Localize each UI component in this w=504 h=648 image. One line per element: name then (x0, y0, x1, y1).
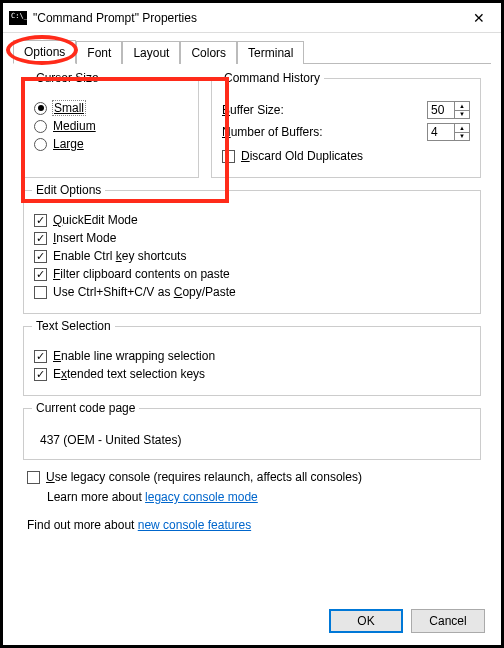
group-codepage: Current code page 437 (OEM - United Stat… (23, 408, 481, 460)
filter-row[interactable]: Filter clipboard contents on paste (34, 267, 470, 281)
spinner-down-icon[interactable]: ▼ (455, 133, 469, 141)
radio-small-label: Small (53, 101, 85, 115)
codepage-value: 437 (OEM - United States) (40, 433, 470, 447)
radio-medium-row[interactable]: Medium (34, 119, 188, 133)
tab-options[interactable]: Options (13, 40, 76, 64)
legacy-learn-pre: Learn more about (47, 490, 145, 504)
group-edit-options: Edit Options QuickEdit Mode Insert Mode … (23, 190, 481, 314)
tabstrip: Options Font Layout Colors Terminal (3, 33, 501, 64)
discard-duplicates-checkbox[interactable] (222, 150, 235, 163)
ctrlkeys-row[interactable]: Enable Ctrl key shortcuts (34, 249, 470, 263)
wrap-label: Enable line wrapping selection (53, 349, 215, 363)
tab-content: Cursor Size Small Medium Large Command H… (3, 64, 501, 538)
legacy-checkbox[interactable] (27, 471, 40, 484)
group-cursor-size: Cursor Size Small Medium Large (23, 78, 199, 178)
quickedit-checkbox[interactable] (34, 214, 47, 227)
ok-button[interactable]: OK (329, 609, 403, 633)
ext-row[interactable]: Extended text selection keys (34, 367, 470, 381)
number-buffers-label: Number of Buffers: (222, 125, 427, 139)
radio-medium[interactable] (34, 120, 47, 133)
radio-large-text: Large (53, 137, 84, 151)
radio-large-row[interactable]: Large (34, 137, 188, 151)
find-more-pre: Find out more about (27, 518, 138, 532)
ctrlkeys-checkbox[interactable] (34, 250, 47, 263)
number-buffers-input[interactable]: 4 (427, 123, 455, 141)
quickedit-row[interactable]: QuickEdit Mode (34, 213, 470, 227)
usecv-checkbox[interactable] (34, 286, 47, 299)
close-button[interactable]: ✕ (459, 4, 499, 32)
spinner-up-icon[interactable]: ▲ (455, 124, 469, 133)
wrap-row[interactable]: Enable line wrapping selection (34, 349, 470, 363)
group-title-edit: Edit Options (32, 183, 105, 197)
tab-layout[interactable]: Layout (122, 41, 180, 64)
titlebar: "Command Prompt" Properties ✕ (3, 3, 501, 33)
insert-checkbox[interactable] (34, 232, 47, 245)
wrap-checkbox[interactable] (34, 350, 47, 363)
new-console-features-link[interactable]: new console features (138, 518, 251, 532)
group-command-history: Command History Buffer Size: 50 ▲ ▼ Numb… (211, 78, 481, 178)
buffer-size-input[interactable]: 50 (427, 101, 455, 119)
dialog-window: "Command Prompt" Properties ✕ Options Fo… (0, 0, 504, 648)
radio-small[interactable] (34, 102, 47, 115)
radio-small-row[interactable]: Small (34, 101, 188, 115)
spinner-up-icon[interactable]: ▲ (455, 102, 469, 111)
ctrlkeys-label: Enable Ctrl key shortcuts (53, 249, 186, 263)
group-title-history: Command History (220, 71, 324, 85)
buffer-size-label: Buffer Size: (222, 103, 427, 117)
buffer-size-spinner[interactable]: ▲ ▼ (455, 101, 470, 119)
group-text-selection: Text Selection Enable line wrapping sele… (23, 326, 481, 396)
insert-label: Insert Mode (53, 231, 116, 245)
tab-font[interactable]: Font (76, 41, 122, 64)
group-title-codepage: Current code page (32, 401, 139, 415)
insert-row[interactable]: Insert Mode (34, 231, 470, 245)
discard-duplicates-row[interactable]: Discard Old Duplicates (222, 149, 470, 163)
number-buffers-spinner[interactable]: ▲ ▼ (455, 123, 470, 141)
quickedit-label: QuickEdit Mode (53, 213, 138, 227)
window-title: "Command Prompt" Properties (33, 11, 459, 25)
legacy-row[interactable]: Use legacy console (requires relaunch, a… (27, 470, 477, 484)
group-title-selection: Text Selection (32, 319, 115, 333)
filter-checkbox[interactable] (34, 268, 47, 281)
legacy-learn: Learn more about legacy console mode (47, 490, 477, 504)
ext-label: Extended text selection keys (53, 367, 205, 381)
legacy-label: Use legacy console (requires relaunch, a… (46, 470, 362, 484)
cmd-icon (9, 11, 27, 25)
legacy-console-link[interactable]: legacy console mode (145, 490, 258, 504)
radio-large-label: Large (53, 137, 84, 151)
tab-colors[interactable]: Colors (180, 41, 237, 64)
discard-duplicates-label: Discard Old Duplicates (241, 149, 363, 163)
usecv-row[interactable]: Use Ctrl+Shift+C/V as Copy/Paste (34, 285, 470, 299)
spinner-down-icon[interactable]: ▼ (455, 111, 469, 119)
ext-checkbox[interactable] (34, 368, 47, 381)
radio-medium-text: Medium (53, 119, 96, 133)
group-title-cursor: Cursor Size (32, 71, 103, 85)
tab-terminal[interactable]: Terminal (237, 41, 304, 64)
usecv-label: Use Ctrl+Shift+C/V as Copy/Paste (53, 285, 236, 299)
cancel-button[interactable]: Cancel (411, 609, 485, 633)
radio-small-text: Small (54, 101, 84, 115)
filter-label: Filter clipboard contents on paste (53, 267, 230, 281)
radio-medium-label: Medium (53, 119, 96, 133)
radio-large[interactable] (34, 138, 47, 151)
find-more: Find out more about new console features (27, 518, 477, 532)
